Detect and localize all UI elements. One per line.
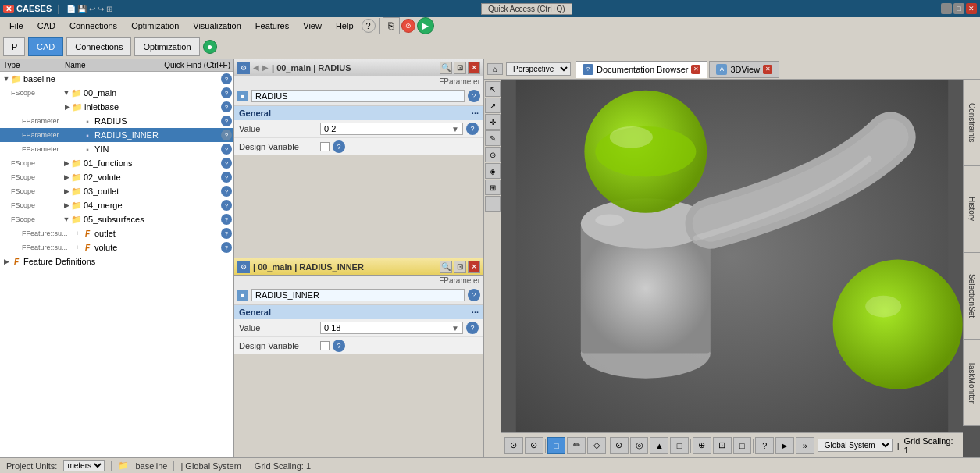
expander-feature-defs[interactable]: ▶ xyxy=(2,257,11,266)
tree-item-feature-definitions[interactable]: ▶ F Feature Definitions xyxy=(0,254,233,269)
help-btn-radius[interactable]: ? xyxy=(221,116,232,126)
fpanel-radius-designvar-checkbox[interactable] xyxy=(320,142,330,151)
expander-05subsurfaces[interactable]: ▼ xyxy=(62,215,71,224)
vp-btn-more2[interactable]: » xyxy=(796,437,814,454)
fpanel-radius-inner-float[interactable]: ⊡ xyxy=(454,261,466,273)
vp-btn-circle2[interactable]: ⊙ xyxy=(525,437,543,454)
tree-item-04merge[interactable]: FScope ▶ 📁 04_merge ? xyxy=(0,198,233,212)
tab-cad[interactable]: CAD xyxy=(28,37,63,56)
menu-help[interactable]: Help xyxy=(330,20,360,32)
fpanel-radius-search[interactable]: 🔍 xyxy=(440,62,452,74)
vp-btn-grid2[interactable]: ⊡ xyxy=(713,437,732,454)
menu-visualization[interactable]: Visualization xyxy=(187,20,248,32)
expander-00main[interactable]: ▼ xyxy=(62,88,71,98)
toolbar-copy-button[interactable]: ⎘ xyxy=(383,17,400,34)
general-menu-icon-2[interactable]: ··· xyxy=(472,308,479,317)
tab-connections[interactable]: Connections xyxy=(66,37,131,56)
fpanel-radius-dropdown-icon[interactable]: ▼ xyxy=(451,125,459,133)
3dview-close[interactable]: ✕ xyxy=(763,65,772,74)
tab-3dview[interactable]: A 3DView ✕ xyxy=(709,61,779,78)
vp-btn-sq2[interactable]: □ xyxy=(670,437,689,454)
help-btn-03outlet[interactable]: ? xyxy=(221,186,232,197)
help-btn-01functions[interactable]: ? xyxy=(221,158,232,169)
tree-item-03outlet[interactable]: FScope ▶ 📁 03_outlet ? xyxy=(0,184,233,198)
fpanel-radius-value-help[interactable]: ? xyxy=(466,123,479,135)
menu-features[interactable]: Features xyxy=(249,20,295,32)
fpanel-radius-name-input[interactable] xyxy=(251,90,465,102)
viewport-projection-select[interactable]: Perspective xyxy=(506,62,571,76)
help-btn-inletbase[interactable]: ? xyxy=(221,101,232,112)
vp-btn-ring[interactable]: ◎ xyxy=(630,437,649,454)
vp-btn-sq3[interactable]: □ xyxy=(733,437,752,454)
expander-baseline[interactable]: ▼ xyxy=(2,74,11,84)
fpanel-radius-inner-name-help[interactable]: ? xyxy=(468,289,480,301)
vp-tab-constraints[interactable]: Constraints xyxy=(964,80,980,166)
vp-tab-taskmonitor[interactable]: TaskMonitor xyxy=(964,340,980,426)
fpanel-radius-designvar-help[interactable]: ? xyxy=(333,140,345,153)
fpanel-radius-inner-dropdown-icon[interactable]: ▼ xyxy=(451,324,459,333)
vp-tool-diamond[interactable]: ◈ xyxy=(485,163,501,179)
fpanel-radius-inner-value-field[interactable]: 0.18 ▼ xyxy=(320,322,463,334)
tree-item-01functions[interactable]: FScope ▶ 📁 01_functions ? xyxy=(0,156,233,170)
3d-viewport-canvas[interactable] xyxy=(501,80,963,432)
general-menu-icon[interactable]: ··· xyxy=(472,108,479,118)
tab-documentation-browser[interactable]: ? Documentation Browser ✕ xyxy=(576,61,707,78)
menu-view[interactable]: View xyxy=(297,20,328,32)
menu-optimization[interactable]: Optimization xyxy=(125,20,185,32)
fpanel-radius-close[interactable]: ✕ xyxy=(468,62,480,74)
vp-btn-diamond[interactable]: ◇ xyxy=(587,437,606,454)
vp-btn-play[interactable]: ► xyxy=(775,437,794,454)
fpanel-radius-inner-close[interactable]: ✕ xyxy=(468,261,480,273)
vp-tool-grid[interactable]: ⊞ xyxy=(485,180,501,195)
tree-item-volute[interactable]: FFeature::su... + F volute ? xyxy=(0,240,233,254)
vp-btn-pencil[interactable]: ✏ xyxy=(567,437,586,454)
vp-btn-help[interactable]: ? xyxy=(755,437,774,454)
fpanel-radius-inner-designvar-checkbox[interactable] xyxy=(320,341,330,350)
fpanel-radius-float[interactable]: ⊡ xyxy=(454,62,466,74)
expander-03outlet[interactable]: ▶ xyxy=(62,187,71,196)
viewport[interactable]: ↖ ↗ ✛ ✎ ⊙ ◈ ⊞ ⋯ xyxy=(484,80,980,457)
units-select[interactable]: meters xyxy=(63,460,105,471)
menu-cad[interactable]: CAD xyxy=(31,20,62,32)
tree-item-radius-inner[interactable]: FParameter ▪ RADIUS_INNER ? xyxy=(0,128,233,142)
vp-tool-select[interactable]: ↖ xyxy=(485,81,501,97)
vp-tab-history[interactable]: History xyxy=(964,166,980,253)
fpanel-radius-inner-search[interactable]: 🔍 xyxy=(440,261,452,273)
tree-item-radius[interactable]: FParameter ▪ RADIUS ? xyxy=(0,114,233,128)
expander-04merge[interactable]: ▶ xyxy=(62,201,71,210)
help-btn-radius-inner[interactable]: ? xyxy=(221,130,232,140)
vp-tool-circle[interactable]: ⊙ xyxy=(485,147,501,162)
menu-file[interactable]: File xyxy=(3,20,30,32)
tree-item-inletbase[interactable]: ▶ 📁 inletbase ? xyxy=(0,100,233,114)
help-btn-04merge[interactable]: ? xyxy=(221,200,232,211)
expander-01functions[interactable]: ▶ xyxy=(62,158,71,168)
help-btn-outlet[interactable]: ? xyxy=(221,228,232,239)
vp-tool-rotate[interactable]: ↗ xyxy=(485,98,501,113)
help-btn-baseline[interactable]: ? xyxy=(221,73,232,84)
help-btn-05subsurfaces[interactable]: ? xyxy=(221,214,232,225)
tab-optimization[interactable]: Optimization xyxy=(134,37,199,56)
menu-connections[interactable]: Connections xyxy=(63,20,123,32)
viewport-nav-home[interactable]: ⌂ xyxy=(487,63,503,75)
vp-btn-plus[interactable]: ⊕ xyxy=(693,437,711,454)
tree-item-outlet[interactable]: FFeature::su... + F outlet ? xyxy=(0,226,233,240)
vp-btn-circle1[interactable]: ⊙ xyxy=(504,437,523,454)
tree-item-00main[interactable]: FScope ▼ 📁 00_main ? xyxy=(0,86,233,100)
tree-item-02volute[interactable]: FScope ▶ 📁 02_volute ? xyxy=(0,170,233,184)
tab-p[interactable]: P xyxy=(3,37,25,56)
vp-tab-selectionset[interactable]: SelectionSet xyxy=(964,253,980,340)
quick-access-field[interactable]: Quick Access (Ctrl+Q) xyxy=(481,3,572,15)
vp-coord-system-select[interactable]: Global System xyxy=(818,439,893,452)
tree-item-baseline[interactable]: ▼ 📁 baseline ? xyxy=(0,72,233,86)
fpanel-radius-name-help[interactable]: ? xyxy=(468,90,480,102)
col-quickfind-header[interactable]: Quick Find (Ctrl+F) xyxy=(164,61,230,69)
tree-item-05subsurfaces[interactable]: FScope ▼ 📁 05_subsurfaces ? xyxy=(0,212,233,226)
fpanel-radius-value-field[interactable]: 0.2 ▼ xyxy=(320,123,463,135)
minimize-button[interactable]: ─ xyxy=(941,3,952,14)
expander-inletbase[interactable]: ▶ xyxy=(62,102,72,112)
toolbar-run-button[interactable]: ▶ xyxy=(417,17,434,34)
help-btn-volute[interactable]: ? xyxy=(221,242,232,253)
close-button[interactable]: ✕ xyxy=(966,3,977,14)
help-btn-00main[interactable]: ? xyxy=(221,87,232,98)
fpanel-radius-inner-designvar-help[interactable]: ? xyxy=(333,340,345,352)
